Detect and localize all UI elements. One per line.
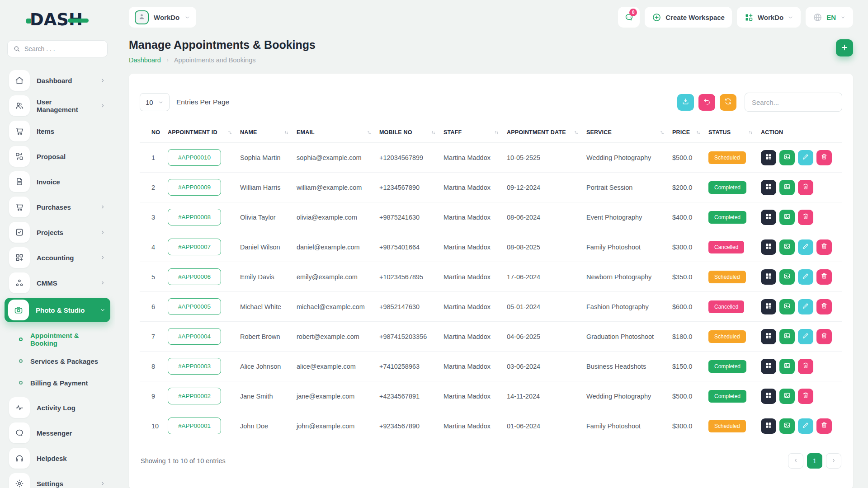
pagination-page-1[interactable]: 1 — [807, 453, 822, 469]
delete-button[interactable] — [798, 389, 813, 404]
workdo-menu-button[interactable]: WorkDo — [737, 7, 801, 28]
sidebar-item-accounting[interactable]: Accounting — [7, 247, 108, 268]
sort-icon[interactable] — [227, 130, 233, 136]
sort-icon[interactable] — [494, 130, 500, 136]
gallery-button[interactable] — [779, 389, 795, 404]
create-workspace-button[interactable]: Create Workspace — [645, 7, 732, 28]
pagination-prev-button[interactable] — [788, 453, 803, 469]
qr-code-button[interactable] — [761, 418, 776, 434]
gallery-button[interactable] — [779, 210, 795, 225]
messages-button[interactable]: 0 — [618, 7, 640, 28]
sidebar-item-projects[interactable]: Projects — [7, 222, 108, 243]
appointment-id-badge[interactable]: #APP00006 — [168, 268, 221, 285]
sidebar-item-cmms[interactable]: CMMS — [7, 272, 108, 293]
sidebar-search-input[interactable] — [24, 45, 102, 52]
qr-code-button[interactable] — [761, 299, 776, 314]
sidebar-subitem-billing-payment[interactable]: Billing & Payment — [7, 372, 108, 394]
edit-button[interactable] — [798, 329, 813, 344]
sidebar-item-items[interactable]: Items — [7, 121, 108, 141]
sidebar-item-user-management[interactable]: User Management — [7, 95, 108, 116]
edit-button[interactable] — [798, 418, 813, 434]
sidebar-item-messenger[interactable]: Messenger — [7, 422, 108, 443]
sidebar-item-photo-studio[interactable]: Photo & Studio — [5, 298, 110, 322]
sidebar-item-proposal[interactable]: Proposal — [7, 146, 108, 167]
delete-button[interactable] — [798, 180, 813, 195]
table-row: 7#APP00004Robert Brownrobert@example.com… — [140, 322, 842, 352]
gallery-button[interactable] — [779, 359, 795, 374]
breadcrumb-dashboard-link[interactable]: Dashboard — [129, 56, 161, 64]
refresh-button[interactable] — [720, 94, 736, 111]
appointment-id-badge[interactable]: #APP00002 — [168, 388, 221, 404]
export-button[interactable] — [677, 94, 694, 111]
sort-icon[interactable] — [430, 130, 436, 136]
edit-button[interactable] — [798, 299, 813, 314]
appointment-id-badge[interactable]: #APP00007 — [168, 239, 221, 255]
delete-button[interactable] — [816, 269, 832, 285]
appointment-id-badge[interactable]: #APP00003 — [168, 358, 221, 375]
sort-icon[interactable] — [573, 130, 579, 136]
sidebar-item-invoice[interactable]: Invoice — [7, 171, 108, 192]
qr-code-button[interactable] — [761, 239, 776, 255]
delete-button[interactable] — [816, 299, 832, 314]
column-header-mobile-no[interactable]: MOBILE NO — [379, 123, 443, 143]
gallery-button[interactable] — [779, 180, 795, 195]
gallery-button[interactable] — [779, 299, 795, 314]
language-button[interactable]: EN — [806, 7, 853, 28]
sidebar-item-purchases[interactable]: Purchases — [7, 197, 108, 217]
edit-button[interactable] — [798, 269, 813, 285]
gallery-button[interactable] — [779, 269, 795, 285]
delete-button[interactable] — [816, 150, 832, 165]
qr-code-button[interactable] — [761, 269, 776, 285]
appointment-id-badge[interactable]: #APP00010 — [168, 149, 221, 166]
qr-code-button[interactable] — [761, 150, 776, 165]
qr-code-button[interactable] — [761, 389, 776, 404]
column-header-email[interactable]: EMAIL — [297, 123, 379, 143]
delete-button[interactable] — [816, 329, 832, 344]
column-header-staff[interactable]: STAFF — [443, 123, 507, 143]
gallery-button[interactable] — [779, 418, 795, 434]
column-header-status[interactable]: STATUS — [708, 123, 761, 143]
sidebar-item-activity-log[interactable]: Activity Log — [7, 397, 108, 418]
delete-button[interactable] — [816, 418, 832, 434]
appointment-id-badge[interactable]: #APP00008 — [168, 209, 221, 225]
gallery-button[interactable] — [779, 239, 795, 255]
sort-icon[interactable] — [695, 130, 701, 136]
qr-code-button[interactable] — [761, 329, 776, 344]
add-appointment-button[interactable] — [836, 39, 853, 56]
appointment-id-badge[interactable]: #APP00005 — [168, 298, 221, 315]
sort-icon[interactable] — [748, 130, 754, 136]
sort-icon[interactable] — [659, 130, 665, 136]
delete-button[interactable] — [798, 359, 813, 374]
column-header-service[interactable]: SERVICE — [586, 123, 672, 143]
sidebar-subitem-appointment-booking[interactable]: Appointment & Booking — [7, 328, 108, 350]
delete-button[interactable] — [798, 210, 813, 225]
edit-button[interactable] — [798, 239, 813, 255]
sidebar-search[interactable] — [7, 40, 108, 57]
qr-code-button[interactable] — [761, 359, 776, 374]
column-header-appointment-date[interactable]: APPOINTMENT DATE — [507, 123, 586, 143]
appointment-id-badge[interactable]: #APP00001 — [168, 418, 221, 434]
edit-button[interactable] — [798, 150, 813, 165]
undo-button[interactable] — [698, 94, 715, 111]
sort-icon[interactable] — [366, 130, 372, 136]
sidebar-item-helpdesk[interactable]: Helpdesk — [7, 448, 108, 469]
brand-logo[interactable]: DASH — [7, 10, 108, 29]
column-header-price[interactable]: PRICE — [672, 123, 708, 143]
qr-code-button[interactable] — [761, 180, 776, 195]
column-header-appointment-id[interactable]: APPOINTMENT ID — [168, 123, 240, 143]
sidebar-item-settings[interactable]: Settings — [7, 473, 108, 488]
column-header-name[interactable]: NAME — [240, 123, 297, 143]
delete-button[interactable] — [816, 239, 832, 255]
qr-code-button[interactable] — [761, 210, 776, 225]
gallery-button[interactable] — [779, 150, 795, 165]
entries-per-page-select[interactable]: 10 — [140, 93, 170, 111]
workspace-selector[interactable]: WorkDo — [129, 7, 196, 28]
sidebar-item-dashboard[interactable]: Dashboard — [7, 70, 108, 91]
sort-icon[interactable] — [283, 130, 289, 136]
gallery-button[interactable] — [779, 329, 795, 344]
table-search-input[interactable] — [745, 93, 842, 112]
appointment-id-badge[interactable]: #APP00009 — [168, 179, 221, 196]
pagination-next-button[interactable] — [826, 453, 841, 469]
appointment-id-badge[interactable]: #APP00004 — [168, 328, 221, 345]
sidebar-subitem-services-packages[interactable]: Services & Packages — [7, 350, 108, 372]
